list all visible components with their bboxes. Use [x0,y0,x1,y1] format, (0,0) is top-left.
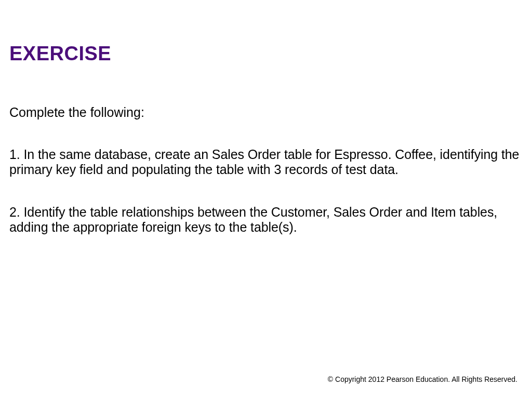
exercise-item-1: 1. In the same database, create an Sales… [9,147,523,178]
intro-text: Complete the following: [9,105,523,120]
slide-title: EXERCISE [9,43,523,65]
exercise-item-2: 2. Identify the table relationships betw… [9,205,523,235]
copyright-footer: © Copyright 2012 Pearson Education. All … [328,375,517,383]
slide-container: EXERCISE Complete the following: 1. In t… [0,0,532,399]
